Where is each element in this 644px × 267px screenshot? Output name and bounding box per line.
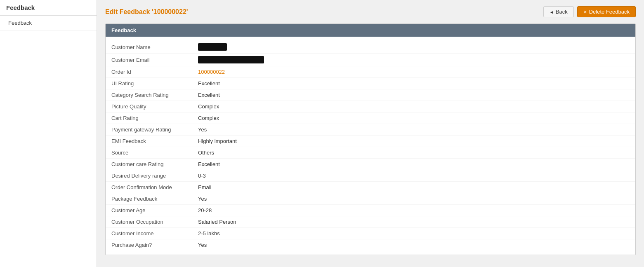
field-label: Customer Income xyxy=(111,230,198,237)
table-row: Customer OccupationSalaried Person xyxy=(106,216,635,228)
field-label: Source xyxy=(111,150,198,156)
field-value: 20-28 xyxy=(198,207,212,213)
field-label: UI Rating xyxy=(111,80,198,87)
field-value: Yes xyxy=(198,242,207,248)
field-value: Complex xyxy=(198,103,219,110)
field-value: Yes xyxy=(198,126,207,133)
table-row: Desired Delivery range0-3 xyxy=(106,170,635,182)
table-row: Category Search RatingExcellent xyxy=(106,89,635,101)
table-row: Customer Email xyxy=(106,54,635,66)
main-header: Edit Feedback '100000022' Back Delete Fe… xyxy=(105,6,636,17)
field-label: Customer Email xyxy=(111,57,198,63)
field-label: Package Feedback xyxy=(111,196,198,202)
field-label: Customer Age xyxy=(111,207,198,213)
field-label: Purchase Again? xyxy=(111,242,198,248)
field-label: Customer Name xyxy=(111,44,198,50)
table-row: Order Id100000022 xyxy=(106,66,635,78)
table-row: Customer Name xyxy=(106,41,635,54)
sidebar: Feedback Feedback xyxy=(0,0,97,267)
field-value xyxy=(198,56,264,63)
field-value xyxy=(198,43,227,51)
table-row: Customer Age20-28 xyxy=(106,205,635,216)
page-title: Edit Feedback '100000022' xyxy=(105,8,188,16)
table-row: Picture QualityComplex xyxy=(106,101,635,112)
field-value: Yes xyxy=(198,196,207,202)
back-icon xyxy=(550,9,554,15)
delete-icon xyxy=(583,9,587,15)
table-row: Package FeedbackYes xyxy=(106,193,635,205)
field-label: Category Search Rating xyxy=(111,92,198,98)
field-value[interactable]: 100000022 xyxy=(198,69,225,75)
field-value: Email xyxy=(198,184,212,190)
field-value: Excellent xyxy=(198,161,220,167)
field-value: Highly important xyxy=(198,138,237,144)
table-row: Customer Income2-5 lakhs xyxy=(106,228,635,239)
table-row: EMI FeedbackHighly important xyxy=(106,136,635,147)
table-row: UI RatingExcellent xyxy=(106,78,635,89)
table-row: Cart RatingComplex xyxy=(106,112,635,124)
table-row: SourceOthers xyxy=(106,147,635,159)
field-value: 0-3 xyxy=(198,173,206,179)
field-label: Picture Quality xyxy=(111,103,198,110)
table-row: Purchase Again?Yes xyxy=(106,239,635,251)
field-label: Order Confirmation Mode xyxy=(111,184,198,190)
sidebar-header: Feedback xyxy=(0,0,97,16)
field-label: EMI Feedback xyxy=(111,138,198,144)
table-row: Payment gateway RatingYes xyxy=(106,124,635,136)
sidebar-item-feedback[interactable]: Feedback xyxy=(0,16,97,30)
field-value: Excellent xyxy=(198,92,220,98)
feedback-card: Feedback Customer Name Customer Email Or… xyxy=(105,23,636,255)
card-body: Customer Name Customer Email Order Id100… xyxy=(106,37,635,255)
field-label: Cart Rating xyxy=(111,115,198,121)
back-button[interactable]: Back xyxy=(543,6,574,17)
field-value: Complex xyxy=(198,115,219,121)
field-label: Payment gateway Rating xyxy=(111,126,198,133)
header-buttons: Back Delete Feedback xyxy=(543,6,636,17)
delete-feedback-button[interactable]: Delete Feedback xyxy=(577,6,636,17)
field-label: Customer care Rating xyxy=(111,161,198,167)
main-content: Edit Feedback '100000022' Back Delete Fe… xyxy=(97,0,644,267)
card-header: Feedback xyxy=(106,24,635,37)
field-value: Others xyxy=(198,150,214,156)
field-value: 2-5 lakhs xyxy=(198,230,220,237)
field-value: Salaried Person xyxy=(198,219,236,225)
field-label: Desired Delivery range xyxy=(111,173,198,179)
field-label: Customer Occupation xyxy=(111,219,198,225)
field-value: Excellent xyxy=(198,80,220,87)
table-row: Customer care RatingExcellent xyxy=(106,159,635,170)
field-label: Order Id xyxy=(111,69,198,75)
table-row: Order Confirmation ModeEmail xyxy=(106,182,635,193)
